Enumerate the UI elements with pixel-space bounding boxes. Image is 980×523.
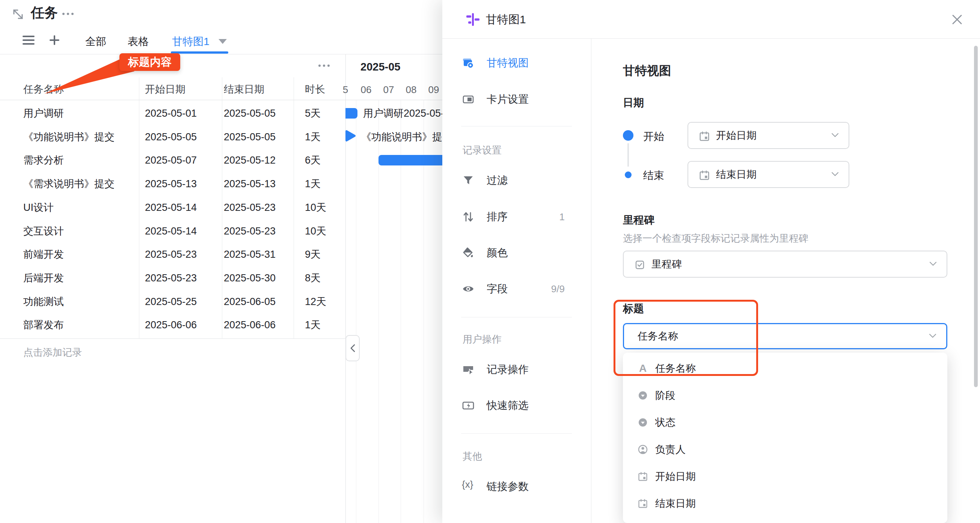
col-header-start[interactable]: 开始日期 xyxy=(145,79,186,100)
add-view-icon[interactable] xyxy=(48,34,61,46)
table-row[interactable]: 用户调研 2025-05-01 2025-05-05 5天 xyxy=(0,102,345,125)
sidebar-item-fields[interactable]: 字段 9/9 xyxy=(442,277,591,301)
col-header-duration[interactable]: 时长 xyxy=(305,79,325,100)
calendar-icon xyxy=(699,131,710,143)
tab-all[interactable]: 全部 xyxy=(81,35,111,49)
cell-start[interactable]: 2025-05-13 xyxy=(145,172,197,196)
curly-braces-icon: {x} xyxy=(462,479,473,491)
add-record-button[interactable]: 点击添加记录 xyxy=(23,341,82,364)
gantt-day-label: 08 xyxy=(404,84,418,96)
title-select[interactable]: 任务名称 xyxy=(623,323,947,349)
table-row[interactable]: 《功能说明书》提交 2025-05-05 2025-05-05 1天 xyxy=(0,125,345,149)
sidebar-item-quick-filter[interactable]: 快速筛选 xyxy=(442,394,591,417)
cell-name[interactable]: 前端开发 xyxy=(23,243,64,266)
sidebar-item-sort[interactable]: 排序 1 xyxy=(442,205,591,228)
table-row[interactable]: 交互设计 2025-05-14 2025-05-23 10天 xyxy=(0,219,345,243)
cell-name[interactable]: 需求分析 xyxy=(23,149,64,172)
title-more-icon[interactable] xyxy=(62,13,73,15)
table-row[interactable]: UI设计 2025-05-14 2025-05-23 10天 xyxy=(0,196,345,219)
dropdown-option-task-name[interactable]: A 任务名称 xyxy=(623,355,947,382)
cell-start[interactable]: 2025-05-23 xyxy=(145,243,197,266)
table-row[interactable]: 需求分析 2025-05-07 2025-05-12 6天 xyxy=(0,149,345,172)
end-dot xyxy=(625,171,632,178)
cell-duration[interactable]: 12天 xyxy=(305,290,326,314)
cell-duration[interactable]: 1天 xyxy=(305,313,321,337)
table-row[interactable]: 功能测试 2025-05-25 2025-06-05 12天 xyxy=(0,290,345,314)
cell-duration[interactable]: 8天 xyxy=(305,266,321,290)
cell-name[interactable]: 《功能说明书》提交 xyxy=(23,125,115,149)
table-row[interactable]: 《需求说明书》提交 2025-05-13 2025-05-13 1天 xyxy=(0,172,345,196)
col-header-end[interactable]: 结束日期 xyxy=(224,79,264,100)
table-row[interactable]: 后端开发 2025-05-23 2025-05-30 8天 xyxy=(0,266,345,290)
tab-table[interactable]: 表格 xyxy=(123,35,153,49)
milestone-select[interactable]: 里程碑 xyxy=(623,250,947,277)
cell-duration[interactable]: 6天 xyxy=(305,149,321,172)
callout-bubble: 标题内容 xyxy=(119,53,180,71)
cell-end[interactable]: 2025-05-05 xyxy=(224,125,275,149)
cell-end[interactable]: 2025-05-31 xyxy=(224,243,275,266)
sidebar-item-color[interactable]: 颜色 xyxy=(442,241,591,265)
cell-name[interactable]: 后端开发 xyxy=(23,266,64,290)
cell-end[interactable]: 2025-05-23 xyxy=(224,196,275,219)
cell-end[interactable]: 2025-05-13 xyxy=(224,172,275,196)
dropdown-option-owner[interactable]: 负责人 xyxy=(623,436,947,463)
dropdown-option-stage[interactable]: 阶段 xyxy=(623,382,947,409)
sidebar-item-link-params[interactable]: {x} 链接参数 xyxy=(442,475,591,498)
sidebar-item-record-actions[interactable]: 记录操作 xyxy=(442,358,591,381)
cell-end[interactable]: 2025-06-06 xyxy=(224,313,275,337)
cell-start[interactable]: 2025-05-25 xyxy=(145,290,197,314)
view-list-icon[interactable] xyxy=(22,35,35,46)
table-row[interactable]: 部署发布 2025-06-06 2025-06-06 1天 xyxy=(0,313,345,337)
table-row[interactable]: 前端开发 2025-05-23 2025-05-31 9天 xyxy=(0,243,345,266)
dropdown-option-start-date[interactable]: 开始日期 xyxy=(623,463,947,490)
cell-end[interactable]: 2025-06-05 xyxy=(224,290,275,314)
cell-end[interactable]: 2025-05-30 xyxy=(224,266,275,290)
close-icon[interactable] xyxy=(950,13,964,27)
cell-duration[interactable]: 1天 xyxy=(305,125,321,149)
panel-scrollbar[interactable] xyxy=(974,46,978,387)
cell-name[interactable]: 用户调研 xyxy=(23,102,64,125)
dropdown-option-end-date[interactable]: 结束日期 xyxy=(623,490,947,517)
sidebar-item-filter[interactable]: 过滤 xyxy=(442,169,591,192)
expand-icon[interactable] xyxy=(11,7,25,22)
gantt-bar[interactable] xyxy=(345,108,358,119)
dropdown-option-status[interactable]: 状态 xyxy=(623,409,947,436)
cell-name[interactable]: 部署发布 xyxy=(23,313,64,337)
sidebar-section-user-actions: 用户操作 xyxy=(463,333,502,345)
cell-start[interactable]: 2025-05-05 xyxy=(145,125,197,149)
gantt-bar-label: 《功能说明书》提交 xyxy=(361,125,452,149)
cell-end[interactable]: 2025-05-12 xyxy=(224,149,275,172)
end-date-select[interactable]: 结束日期 xyxy=(687,161,850,188)
sidebar-item-label: 记录操作 xyxy=(487,358,529,381)
cell-end[interactable]: 2025-05-05 xyxy=(224,102,275,125)
tab-gantt[interactable]: 甘特图1 xyxy=(168,35,213,49)
cell-name[interactable]: 功能测试 xyxy=(23,290,64,314)
cell-duration[interactable]: 10天 xyxy=(305,219,326,243)
chevron-left-icon xyxy=(350,344,356,353)
gantt-day-label: 09 xyxy=(426,84,441,96)
gantt-bar[interactable] xyxy=(379,155,446,165)
cell-duration[interactable]: 10天 xyxy=(305,196,326,219)
cell-name[interactable]: 交互设计 xyxy=(23,219,64,243)
cell-start[interactable]: 2025-05-23 xyxy=(145,266,197,290)
cell-end[interactable]: 2025-05-23 xyxy=(224,219,275,243)
cell-start[interactable]: 2025-06-06 xyxy=(145,313,197,337)
cell-name[interactable]: 《需求说明书》提交 xyxy=(23,172,115,196)
cell-start[interactable]: 2025-05-01 xyxy=(145,102,197,125)
cell-start[interactable]: 2025-05-14 xyxy=(145,219,197,243)
sidebar-item-label: 卡片设置 xyxy=(487,88,529,111)
gantt-milestone-icon[interactable] xyxy=(345,129,357,144)
sidebar-item-gantt-view[interactable]: 甘特视图 xyxy=(442,51,591,74)
tab-caret-icon[interactable] xyxy=(218,39,227,44)
sidebar-item-card-settings[interactable]: 卡片设置 xyxy=(442,88,591,111)
select-value: 里程碑 xyxy=(651,257,682,271)
cell-duration[interactable]: 5天 xyxy=(305,102,321,125)
cell-name[interactable]: UI设计 xyxy=(23,196,54,219)
cell-duration[interactable]: 1天 xyxy=(305,172,321,196)
cell-start[interactable]: 2025-05-14 xyxy=(145,196,197,219)
collapse-table-button[interactable] xyxy=(345,335,360,361)
cell-start[interactable]: 2025-05-07 xyxy=(145,149,197,172)
cell-duration[interactable]: 9天 xyxy=(305,243,321,266)
gantt-more-icon[interactable] xyxy=(318,65,330,67)
start-date-select[interactable]: 开始日期 xyxy=(687,122,850,149)
